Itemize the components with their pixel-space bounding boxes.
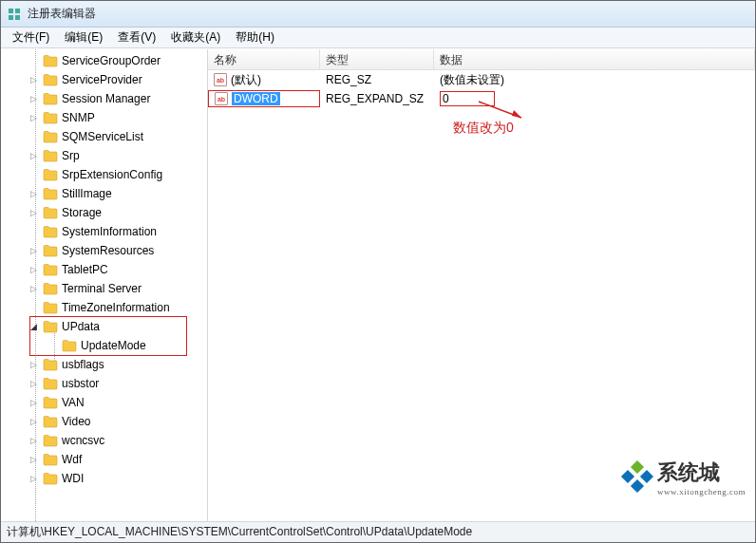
tree-item-label: VAN [62,396,85,409]
expand-icon[interactable]: ▷ [28,359,39,370]
value-name-cell[interactable]: abDWORD [208,90,320,107]
menu-edit[interactable]: 编辑(E) [57,28,110,47]
expand-icon[interactable]: ▷ [28,188,39,199]
value-type-cell: REG_EXPAND_SZ [320,92,434,105]
no-expand-icon [28,55,39,66]
tree-item-label: SQMServiceList [62,130,143,143]
tree-item-session-manager[interactable]: ▷Session Manager [1,89,207,108]
folder-icon [43,472,58,485]
expand-icon[interactable]: ▷ [28,473,39,484]
no-expand-icon [47,340,58,351]
expand-icon[interactable]: ▷ [28,378,39,389]
tree-item-srpextensionconfig[interactable]: SrpExtensionConfig [1,165,207,184]
column-type[interactable]: 类型 [320,49,434,69]
svg-rect-6 [631,460,644,474]
tree-item-van[interactable]: ▷VAN [1,393,207,412]
tree-item-label: WDI [62,472,84,485]
tree-item-snmp[interactable]: ▷SNMP [1,108,207,127]
tree-item-label: TimeZoneInformation [62,301,170,314]
expand-icon[interactable]: ▷ [28,416,39,427]
tree-item-terminal-server[interactable]: ▷Terminal Server [1,279,207,298]
list-row[interactable]: ab(默认)REG_SZ(数值未设置) [208,70,755,89]
tree-item-label: UpdateMode [81,339,146,352]
tree-item-systeminformation[interactable]: SystemInformation [1,222,207,241]
tree-item-label: usbstor [62,377,99,390]
tree-item-usbstor[interactable]: ▷usbstor [1,374,207,393]
tree-item-wcncsvc[interactable]: ▷wcncsvc [1,431,207,450]
expand-icon[interactable]: ▷ [28,435,39,446]
value-name: DWORD [232,92,280,105]
tree-item-storage[interactable]: ▷Storage [1,203,207,222]
folder-icon [43,206,58,219]
tree-item-label: SystemInformation [62,225,157,238]
expand-icon[interactable]: ▷ [28,207,39,218]
tree-item-usbflags[interactable]: ▷usbflags [1,355,207,374]
expand-icon[interactable]: ▷ [28,264,39,275]
expand-icon[interactable]: ▷ [28,245,39,256]
statusbar-path: 计算机\HKEY_LOCAL_MACHINE\SYSTEM\CurrentCon… [7,524,472,540]
value-name-cell[interactable]: ab(默认) [208,72,320,88]
column-data[interactable]: 数据 [434,49,755,69]
tree-item-label: UPdata [62,320,100,333]
expand-icon[interactable]: ▷ [28,74,39,85]
no-expand-icon [28,226,39,237]
svg-rect-0 [9,9,13,13]
tree-item-label: SNMP [62,111,95,124]
tree-item-label: ServiceProvider [62,73,142,86]
tree-item-updata[interactable]: ◢UPdata [1,317,207,336]
expand-icon[interactable]: ▷ [28,93,39,104]
folder-icon [43,453,58,466]
folder-icon [43,377,58,390]
svg-rect-1 [15,9,20,13]
expand-icon[interactable]: ▷ [28,454,39,465]
tree-item-wdi[interactable]: ▷WDI [1,469,207,488]
collapse-icon[interactable]: ◢ [28,321,39,332]
menu-help[interactable]: 帮助(H) [228,28,282,47]
tree-item-label: StillImage [62,187,112,200]
tree-item-updatemode[interactable]: UpdateMode [1,336,207,355]
titlebar: 注册表编辑器 [1,1,755,28]
tree-item-timezoneinformation[interactable]: TimeZoneInformation [1,298,207,317]
folder-icon [62,339,77,352]
tree-item-systemresources[interactable]: ▷SystemResources [1,241,207,260]
tree-item-label: TabletPC [62,263,108,276]
folder-icon [43,225,58,238]
window-title: 注册表编辑器 [28,6,96,22]
expand-icon[interactable]: ▷ [28,397,39,408]
folder-icon [43,244,58,257]
tree-item-servicegrouporder[interactable]: ServiceGroupOrder [1,51,207,70]
column-name[interactable]: 名称 [208,49,320,69]
tree-item-srp[interactable]: ▷Srp [1,146,207,165]
tree-pane[interactable]: ServiceGroupOrder▷ServiceProvider▷Sessio… [1,49,208,521]
expand-icon[interactable]: ▷ [28,112,39,123]
folder-icon [43,263,58,276]
expand-icon[interactable]: ▷ [28,283,39,294]
tree-item-serviceprovider[interactable]: ▷ServiceProvider [1,70,207,89]
folder-icon [43,168,58,181]
tree-item-video[interactable]: ▷Video [1,412,207,431]
folder-icon [43,301,58,314]
no-expand-icon [28,169,39,180]
tree-item-stillimage[interactable]: ▷StillImage [1,184,207,203]
value-name: (默认) [231,72,261,88]
watermark-logo-icon [619,460,653,495]
tree-item-wdf[interactable]: ▷Wdf [1,450,207,469]
expand-icon[interactable]: ▷ [28,150,39,161]
value-type-cell: REG_SZ [320,73,434,86]
folder-icon [43,130,58,143]
tree-item-sqmservicelist[interactable]: SQMServiceList [1,127,207,146]
tree-item-label: ServiceGroupOrder [62,54,161,67]
tree-item-label: Video [62,415,90,428]
watermark-brand: 系统城 [657,460,720,484]
folder-icon [43,187,58,200]
annotation-text: 数值改为0 [453,120,514,137]
menu-favorites[interactable]: 收藏夹(A) [163,28,228,47]
tree-item-label: Wdf [62,453,82,466]
svg-rect-9 [631,479,644,493]
menu-file[interactable]: 文件(F) [5,28,57,47]
folder-icon [43,73,58,86]
string-value-icon: ab [214,73,227,86]
menu-view[interactable]: 查看(V) [110,28,163,47]
menubar: 文件(F) 编辑(E) 查看(V) 收藏夹(A) 帮助(H) [1,28,755,48]
tree-item-tabletpc[interactable]: ▷TabletPC [1,260,207,279]
